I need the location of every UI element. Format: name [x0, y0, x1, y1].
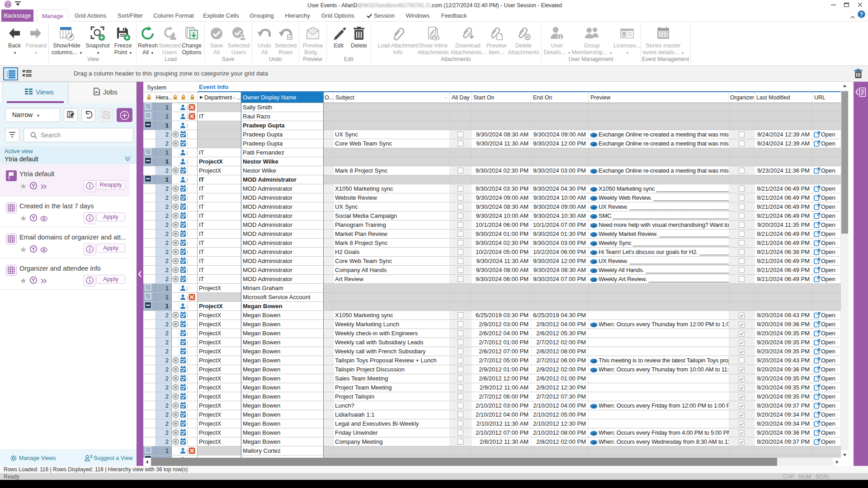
svg-text:?: ? [860, 11, 863, 18]
